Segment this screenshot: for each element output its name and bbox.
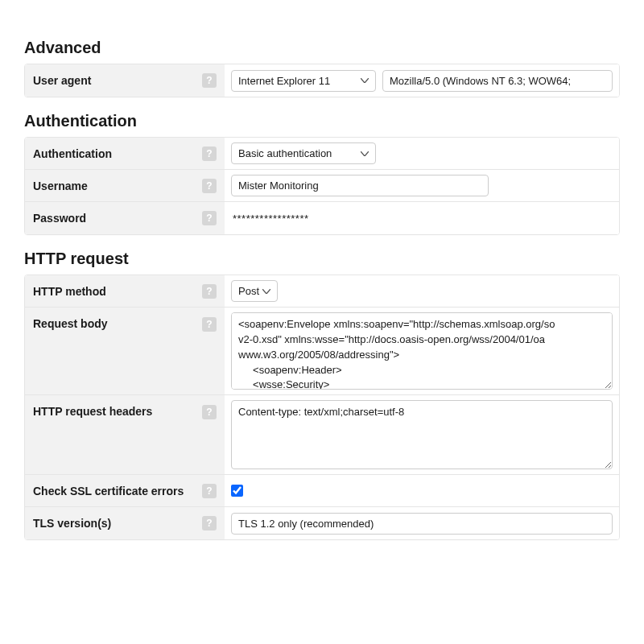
- label-authentication: Authentication ?: [25, 138, 225, 169]
- help-icon[interactable]: ?: [202, 147, 217, 161]
- value-tls: [225, 507, 619, 539]
- help-icon[interactable]: ?: [202, 484, 217, 498]
- label-ssl: Check SSL certificate errors ?: [25, 475, 225, 506]
- section-title-authentication: Authentication: [24, 112, 620, 130]
- section-http: HTTP method ? Post Request body ? HTTP r…: [24, 275, 620, 540]
- value-ssl: [225, 475, 619, 506]
- row-http-method: HTTP method ? Post: [25, 275, 619, 308]
- value-request-headers: [225, 395, 619, 474]
- user-agent-input[interactable]: [382, 70, 613, 92]
- label-text-ssl: Check SSL certificate errors: [33, 485, 184, 497]
- user-agent-select[interactable]: Internet Explorer 11: [231, 70, 376, 92]
- password-mask: *****************: [231, 208, 311, 229]
- label-user-agent: User agent ?: [25, 64, 225, 97]
- label-text-tls: TLS version(s): [33, 517, 111, 530]
- row-username: Username ?: [25, 170, 619, 202]
- label-request-body: Request body ?: [25, 308, 225, 394]
- section-title-advanced: Advanced: [24, 39, 620, 57]
- label-text-authentication: Authentication: [33, 147, 112, 160]
- ssl-checkbox[interactable]: [231, 485, 243, 497]
- help-icon[interactable]: ?: [202, 317, 217, 332]
- label-text-user-agent: User agent: [33, 74, 91, 87]
- label-request-headers: HTTP request headers ?: [25, 395, 225, 474]
- help-icon[interactable]: ?: [202, 179, 217, 193]
- username-input[interactable]: [231, 175, 489, 196]
- request-headers-textarea[interactable]: [231, 400, 613, 469]
- row-password: Password ? *****************: [25, 202, 619, 234]
- authentication-select[interactable]: Basic authentication: [231, 142, 376, 164]
- row-authentication: Authentication ? Basic authentication: [25, 138, 619, 170]
- request-body-textarea[interactable]: [231, 312, 613, 390]
- value-username: [225, 170, 619, 201]
- http-method-select[interactable]: Post: [231, 280, 278, 302]
- row-user-agent: User agent ? Internet Explorer 11: [25, 64, 619, 97]
- label-text-password: Password: [33, 212, 86, 225]
- label-http-method: HTTP method ?: [25, 275, 225, 307]
- label-text-http-method: HTTP method: [33, 285, 106, 298]
- value-authentication: Basic authentication: [225, 138, 619, 169]
- label-username: Username ?: [25, 170, 225, 201]
- label-text-request-headers: HTTP request headers: [33, 405, 152, 418]
- value-password: *****************: [225, 202, 619, 234]
- row-ssl: Check SSL certificate errors ?: [25, 475, 619, 507]
- row-request-body: Request body ?: [25, 308, 619, 395]
- label-text-request-body: Request body: [33, 317, 108, 330]
- help-icon[interactable]: ?: [202, 284, 217, 299]
- row-tls: TLS version(s) ?: [25, 507, 619, 539]
- help-icon[interactable]: ?: [202, 211, 217, 225]
- tls-input[interactable]: [231, 513, 613, 535]
- section-authentication: Authentication ? Basic authentication Us…: [24, 137, 620, 235]
- value-user-agent: Internet Explorer 11: [225, 64, 619, 97]
- label-password: Password ?: [25, 202, 225, 234]
- section-advanced: User agent ? Internet Explorer 11: [24, 64, 620, 97]
- row-request-headers: HTTP request headers ?: [25, 395, 619, 475]
- label-tls: TLS version(s) ?: [25, 507, 225, 539]
- help-icon[interactable]: ?: [202, 516, 217, 530]
- label-text-username: Username: [33, 180, 88, 192]
- value-request-body: [225, 308, 619, 394]
- help-icon[interactable]: ?: [202, 73, 217, 88]
- value-http-method: Post: [225, 275, 619, 307]
- section-title-http: HTTP request: [24, 250, 620, 268]
- help-icon[interactable]: ?: [202, 405, 217, 419]
